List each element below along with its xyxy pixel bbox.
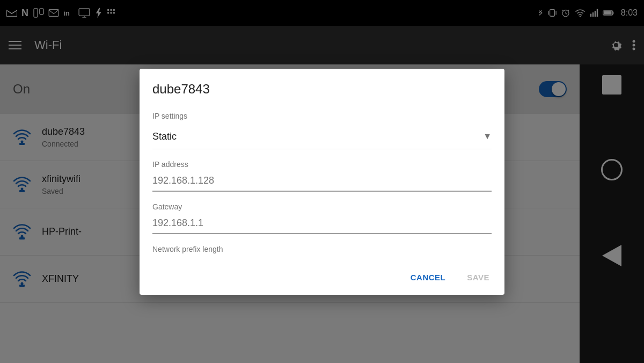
chevron-down-icon: ▼	[483, 132, 492, 141]
gateway-input[interactable]	[152, 213, 492, 234]
dialog-title: dube7843	[140, 69, 504, 101]
ip-type-select[interactable]: Static ▼	[152, 125, 492, 149]
dialog-actions: CANCEL SAVE	[140, 260, 504, 295]
wifi-settings-dialog: dube7843 IP settings Static ▼ IP address…	[140, 69, 504, 295]
ip-address-input[interactable]	[152, 171, 492, 192]
ip-address-label: IP address	[152, 160, 492, 169]
dialog-overlay: dube7843 IP settings Static ▼ IP address…	[0, 0, 644, 363]
ip-settings-label: IP settings	[152, 112, 492, 120]
dialog-body: IP settings Static ▼ IP address Gateway …	[140, 101, 504, 260]
network-prefix-label: Network prefix length	[152, 245, 492, 253]
ip-type-value: Static	[152, 131, 177, 142]
cancel-button[interactable]: CANCEL	[404, 268, 452, 286]
gateway-label: Gateway	[152, 202, 492, 211]
save-button[interactable]: SAVE	[460, 268, 496, 286]
